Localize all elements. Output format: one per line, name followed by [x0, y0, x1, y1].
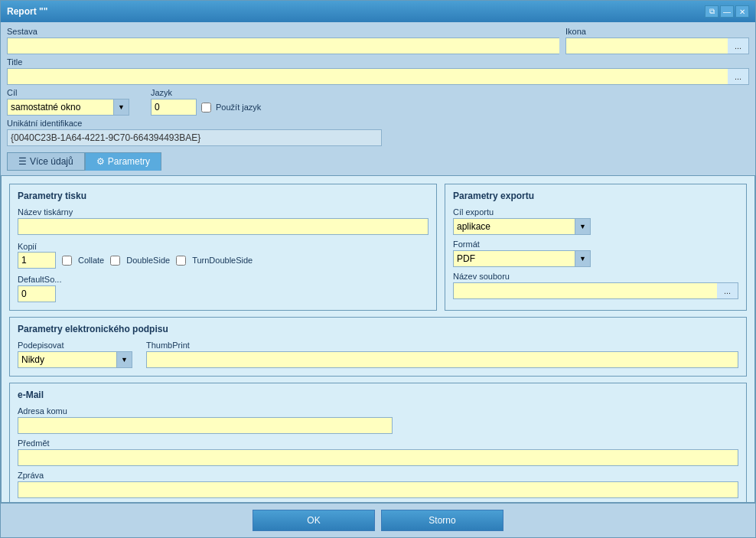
- doubleside-label: DoubleSide: [126, 256, 170, 265]
- cil-row: Cíl samostatné okno ▼ Jazyk Použít jazyk: [7, 88, 749, 116]
- email-section: e-Mail Adresa komu Předmět Zpráva Zobraz…: [9, 383, 747, 503]
- cil-label: Cíl: [7, 88, 145, 97]
- thumbprint-input[interactable]: [146, 351, 738, 368]
- format-arrow-icon[interactable]: ▼: [575, 251, 590, 266]
- kopie-section: Kopií Collate DoubleSide TurnDoubleSide: [18, 241, 429, 269]
- adresa-komu-input[interactable]: [18, 417, 393, 434]
- ikona-browse-button[interactable]: ...: [728, 37, 749, 54]
- footer: OK Storno: [1, 503, 755, 537]
- pouzit-jazyk-label: Použít jazyk: [216, 103, 261, 112]
- export-row: Cíl exportu aplikace ▼ Formát PDF ▼: [453, 207, 738, 299]
- zprava-label: Zpráva: [18, 471, 738, 480]
- ikona-group: Ikona ...: [565, 27, 749, 54]
- collate-label: Collate: [78, 256, 104, 265]
- storno-button[interactable]: Storno: [381, 510, 503, 531]
- nazev-tiskarny-input[interactable]: [18, 218, 429, 235]
- top-form: Sestava Ikona ... Title ...: [1, 22, 755, 175]
- podepisovat-group: Podepisovat Nikdy ▼: [18, 341, 140, 368]
- cil-arrow-icon[interactable]: ▼: [113, 99, 129, 115]
- close-button[interactable]: ✕: [735, 5, 749, 18]
- adresa-komu-group: Adresa komu: [18, 406, 738, 434]
- parametry-tisku-title: Parametry tisku: [18, 191, 429, 201]
- title-bar: Report "" ⧉ — ✕: [1, 1, 755, 22]
- ikona-input[interactable]: [565, 37, 728, 54]
- format-select[interactable]: PDF ▼: [453, 250, 591, 267]
- cil-exportu-label: Cíl exportu: [453, 207, 738, 217]
- jazyk-label: Jazyk: [151, 88, 304, 97]
- cil-group: Cíl samostatné okno ▼: [7, 88, 145, 116]
- sign-row: Podepisovat Nikdy ▼ ThumbPrint: [18, 341, 738, 368]
- sestava-group: Sestava: [7, 27, 559, 54]
- tab-vice-udaju-label: Více údajů: [30, 156, 73, 167]
- kopie-row: Collate DoubleSide TurnDoubleSide: [18, 252, 429, 269]
- email-title: e-Mail: [18, 390, 738, 400]
- doubleside-checkbox[interactable]: [110, 256, 120, 266]
- window-controls: ⧉ — ✕: [705, 5, 749, 18]
- adresa-komu-label: Adresa komu: [18, 406, 738, 416]
- sestava-input-group: [7, 37, 559, 54]
- nazev-souboru-browse-button[interactable]: ...: [717, 282, 738, 299]
- nazev-souboru-input[interactable]: [453, 282, 717, 299]
- kopie-input[interactable]: [18, 252, 56, 269]
- tab-parametry[interactable]: ⚙ Parametry: [85, 152, 161, 171]
- kopie-label: Kopií: [18, 242, 37, 251]
- predmet-label: Předmět: [18, 439, 738, 448]
- ikona-label: Ikona: [565, 27, 749, 36]
- podepisovat-value: Nikdy: [18, 354, 116, 365]
- title-input[interactable]: [7, 68, 728, 85]
- format-label: Formát: [453, 240, 738, 249]
- zprava-input[interactable]: [18, 481, 738, 498]
- jazyk-group: Jazyk Použít jazyk: [151, 88, 304, 116]
- defaultso-group: DefaultSo...: [18, 275, 429, 302]
- cil-select[interactable]: samostatné okno ▼: [7, 99, 129, 116]
- cil-exportu-group: Cíl exportu aplikace ▼: [453, 207, 738, 235]
- minimize-button[interactable]: —: [720, 5, 734, 18]
- podepisovat-arrow-icon[interactable]: ▼: [116, 352, 132, 367]
- podepisovat-select[interactable]: Nikdy ▼: [18, 351, 132, 368]
- sestava-label: Sestava: [7, 27, 559, 36]
- cil-exportu-arrow-icon[interactable]: ▼: [575, 219, 590, 234]
- podepisovat-label: Podepisovat: [18, 341, 140, 350]
- tab-parametry-label: Parametry: [108, 156, 150, 167]
- ok-button[interactable]: OK: [253, 510, 375, 531]
- tab-vice-udaju[interactable]: ☰ Více údajů: [7, 152, 85, 171]
- predmet-group: Předmět: [18, 439, 738, 466]
- list-icon: ☰: [18, 156, 27, 167]
- parametry-exportu-section: Parametry exportu Cíl exportu aplikace ▼…: [445, 184, 747, 311]
- format-group: Formát PDF ▼: [453, 240, 738, 267]
- email-form: Adresa komu Předmět Zpráva Zobrazit emai…: [18, 406, 738, 503]
- cil-exportu-select[interactable]: aplikace ▼: [453, 218, 591, 235]
- main-panel: Parametry tisku Název tiskárny Kopií Col…: [1, 175, 755, 503]
- uid-label: Unikátní identifikace: [7, 119, 749, 128]
- defaultso-input[interactable]: [18, 285, 56, 302]
- nazev-souboru-label: Název souboru: [453, 272, 738, 281]
- nazev-tiskarny-label: Název tiskárny: [18, 207, 429, 217]
- turndoubleside-label: TurnDoubleSide: [192, 256, 253, 265]
- title-label: Title: [7, 57, 749, 67]
- sestava-input[interactable]: [7, 37, 559, 54]
- turndoubleside-checkbox[interactable]: [176, 256, 186, 266]
- defaultso-label: DefaultSo...: [18, 275, 429, 284]
- title-browse-button[interactable]: ...: [728, 68, 749, 85]
- thumbprint-group: ThumbPrint: [146, 341, 738, 368]
- title-group: Title ...: [7, 57, 749, 85]
- collate-checkbox[interactable]: [62, 256, 72, 266]
- predmet-input[interactable]: [18, 449, 738, 466]
- main-window: Report "" ⧉ — ✕ Sestava Ikona ...: [0, 0, 756, 538]
- cil-exportu-value: aplikace: [454, 221, 575, 232]
- cil-value: samostatné okno: [8, 102, 113, 112]
- restore-button[interactable]: ⧉: [705, 5, 719, 18]
- parametry-podpisu-section: Parametry elektronického podpisu Podepis…: [9, 317, 747, 377]
- uid-input: [7, 129, 382, 146]
- parametry-tisku-section: Parametry tisku Název tiskárny Kopií Col…: [9, 184, 437, 311]
- parametry-exportu-title: Parametry exportu: [453, 191, 738, 201]
- jazyk-input[interactable]: [151, 99, 197, 116]
- pouzit-jazyk-checkbox[interactable]: [201, 103, 211, 112]
- jazyk-row: Použít jazyk: [151, 99, 304, 116]
- zprava-group: Zpráva: [18, 471, 738, 498]
- format-value: PDF: [454, 253, 575, 264]
- nazev-souboru-group: Název souboru ...: [453, 272, 738, 299]
- parametry-podpisu-title: Parametry elektronického podpisu: [18, 324, 738, 334]
- window-title: Report "": [7, 6, 47, 17]
- uid-group: Unikátní identifikace: [7, 119, 749, 146]
